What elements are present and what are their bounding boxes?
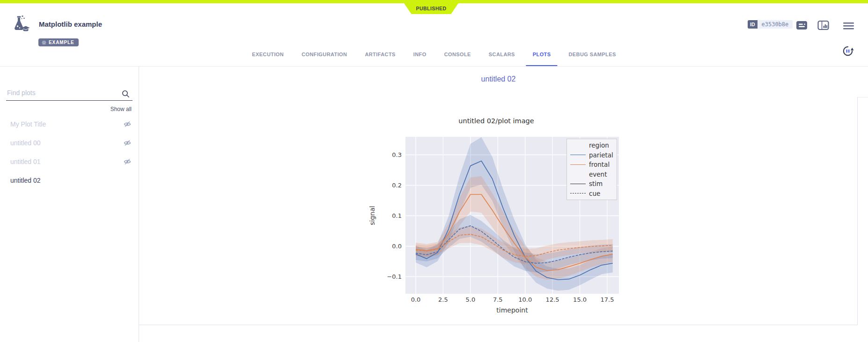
svg-text:signal: signal: [368, 206, 376, 225]
plot-list-item[interactable]: untitled 02: [0, 171, 139, 190]
tab-bar: EXECUTIONCONFIGURATIONARTIFACTSINFOCONSO…: [245, 44, 622, 66]
plot-card: 0.02.55.07.510.012.515.017.50.30.20.10.0…: [139, 97, 858, 325]
legend-label: parietal: [589, 151, 613, 159]
svg-text:−0.1: −0.1: [387, 273, 402, 280]
page-title: Matplotlib example: [39, 20, 102, 28]
main-content: untitled 02 0.02.55.07.510.012.515.017.5…: [139, 67, 868, 342]
tab-artifacts[interactable]: ARTIFACTS: [358, 44, 402, 66]
svg-text:2.5: 2.5: [438, 296, 448, 303]
plot-list-item[interactable]: untitled 01: [0, 152, 139, 171]
matplotlib-figure: 0.02.55.07.510.012.515.017.50.30.20.10.0…: [365, 112, 627, 323]
task-id-badge[interactable]: ID e3530b8e: [748, 20, 793, 29]
svg-text:10.0: 10.0: [518, 296, 532, 303]
svg-text:5.0: 5.0: [466, 296, 476, 303]
legend-line-swatch: [570, 193, 586, 193]
plot-list-item[interactable]: untitled 00: [0, 134, 139, 152]
legend-label: frontal: [589, 161, 610, 168]
legend-label: cue: [589, 190, 600, 197]
svg-text:12.5: 12.5: [546, 296, 559, 303]
svg-text:0.1: 0.1: [392, 212, 402, 219]
example-tag-badge: EXAMPLE: [38, 38, 79, 46]
plot-item-label: untitled 00: [10, 139, 41, 147]
show-all-link[interactable]: Show all: [110, 106, 132, 112]
svg-text:timepoint: timepoint: [496, 306, 528, 314]
tab-debug-samples[interactable]: DEBUG SAMPLES: [562, 44, 622, 66]
tab-info[interactable]: INFO: [407, 44, 433, 66]
legend-line-swatch: [570, 164, 586, 165]
eye-off-icon[interactable]: [124, 121, 131, 127]
legend-row: region: [570, 141, 617, 150]
eye-off-icon[interactable]: [124, 158, 131, 165]
plots-sidebar: Show all My Plot Titleuntitled 00untitle…: [0, 67, 139, 342]
svg-text:0.0: 0.0: [411, 296, 421, 303]
id-value: e3530b8e: [758, 20, 793, 29]
plot-item-label: My Plot Title: [10, 120, 46, 128]
plot-section-title: untitled 02: [139, 75, 858, 83]
gear-icon: [42, 40, 46, 45]
comments-icon[interactable]: [796, 20, 808, 32]
example-tag-label: EXAMPLE: [49, 40, 74, 45]
svg-text:15.0: 15.0: [573, 296, 587, 303]
svg-text:0.0: 0.0: [392, 243, 402, 250]
status-badge: PUBLISHED: [404, 3, 458, 14]
chart-title: untitled 02/plot image: [365, 117, 627, 125]
tab-configuration[interactable]: CONFIGURATION: [295, 44, 353, 66]
id-label: ID: [748, 20, 758, 29]
legend-row: parietal: [570, 150, 617, 160]
search-input[interactable]: [6, 87, 118, 99]
legend-label: region: [589, 141, 609, 149]
refresh-pause-icon[interactable]: [841, 45, 854, 59]
search-icon[interactable]: [121, 89, 130, 100]
legend-row: event: [570, 170, 617, 179]
legend-label: stim: [589, 180, 603, 187]
plot-list: My Plot Titleuntitled 00untitled 01untit…: [0, 115, 139, 190]
status-stripe: [0, 0, 868, 3]
svg-text:17.5: 17.5: [601, 296, 614, 303]
chart-legend: regionparietalfrontaleventstimcue: [566, 139, 617, 200]
legend-row: cue: [570, 189, 617, 199]
eye-off-icon[interactable]: [124, 140, 131, 146]
svg-text:0.2: 0.2: [392, 182, 402, 189]
plot-item-label: untitled 01: [10, 158, 41, 165]
plot-list-item[interactable]: My Plot Title: [0, 115, 139, 134]
legend-label: event: [589, 171, 607, 178]
legend-line-swatch: [570, 155, 586, 155]
tab-console[interactable]: CONSOLE: [438, 44, 478, 66]
legend-row: frontal: [570, 160, 617, 170]
plot-item-label: untitled 02: [10, 177, 41, 184]
legend-row: stim: [570, 179, 617, 189]
tab-execution[interactable]: EXECUTION: [245, 44, 290, 66]
svg-text:7.5: 7.5: [493, 296, 503, 303]
flask-graduation-icon: [10, 15, 32, 36]
tab-plots[interactable]: PLOTS: [526, 44, 558, 66]
svg-text:0.3: 0.3: [392, 151, 402, 158]
menu-icon[interactable]: [843, 21, 854, 32]
tab-scalars[interactable]: SCALARS: [482, 44, 522, 66]
legend-line-swatch: [570, 184, 586, 184]
plot-search: [6, 87, 132, 101]
split-panels-icon[interactable]: [817, 20, 829, 32]
app-window: PUBLISHED Matplotlib example: [0, 0, 868, 342]
